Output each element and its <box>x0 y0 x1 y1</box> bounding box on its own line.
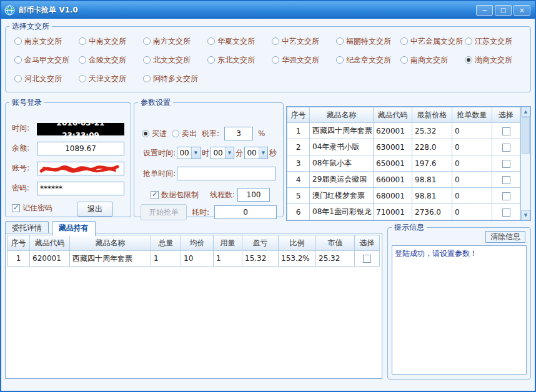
title-bar[interactable]: 邮币卡抢单 V1.0 ─ □ × <box>1 1 535 19</box>
buy-radio[interactable]: 买进 <box>142 124 167 143</box>
clear-info-button[interactable]: 清除信息 <box>485 231 525 243</box>
exchange-option-13[interactable]: 华强文交所 <box>272 51 336 69</box>
exchange-option-12[interactable]: 东北文交所 <box>207 51 272 69</box>
cell: 1 <box>151 251 181 267</box>
cell <box>492 123 520 139</box>
product-row[interactable]: 5澳门红楼梦套票68000198.810 <box>287 188 520 204</box>
exchange-option-label: 纪念章文交所 <box>346 55 391 66</box>
select-checkbox[interactable] <box>502 176 510 184</box>
account-field[interactable] <box>37 162 124 175</box>
tax-rate-field[interactable]: 3 <box>224 127 253 140</box>
col-grab-qty[interactable]: 抢单数量 <box>452 107 492 123</box>
radio-icon <box>142 130 149 137</box>
login-group-title: 账号登录 <box>9 97 44 108</box>
cell: 3 <box>287 155 310 172</box>
radio-icon <box>465 37 472 45</box>
minute-unit: 分 <box>236 148 243 159</box>
exchange-option-1[interactable]: 南京文交所 <box>14 32 79 51</box>
cell: 620001 <box>374 123 412 139</box>
second-select[interactable]: 00 <box>244 147 268 159</box>
exchange-option-15[interactable]: 南商文交所 <box>400 51 465 69</box>
remember-password-checkbox[interactable]: 记住密码 <box>12 203 52 213</box>
exchange-option-17[interactable]: 河北文交所 <box>14 69 79 88</box>
exchange-option-19[interactable]: 阿特多文交所 <box>143 69 207 88</box>
radio-icon <box>400 37 408 45</box>
threads-field[interactable]: 100 <box>237 188 270 202</box>
grab-time-field[interactable] <box>177 167 275 180</box>
minimize-button[interactable]: ─ <box>476 5 493 16</box>
exchange-option-4[interactable]: 华夏文交所 <box>207 32 272 51</box>
col-total[interactable]: 总量 <box>151 235 181 251</box>
exchange-option-2[interactable]: 中南文交所 <box>79 32 143 51</box>
select-checkbox[interactable] <box>502 192 510 200</box>
col-select[interactable]: 选择 <box>355 235 380 251</box>
grab-time-label: 抢单时间: <box>143 169 176 179</box>
product-row[interactable]: 608年1盎司彩银龙7100012736.00 <box>287 204 520 220</box>
packet-limit-checkbox[interactable]: 数据包限制 <box>151 190 199 200</box>
exchange-option-5[interactable]: 中艺文交所 <box>272 32 336 51</box>
select-checkbox[interactable] <box>363 255 371 263</box>
exchange-option-7[interactable]: 中艺金属文交所 <box>400 32 465 51</box>
cell: 620001 <box>30 251 70 267</box>
product-row[interactable]: 204年隶书小版630001228.00 <box>287 139 520 155</box>
cell: 6 <box>287 204 310 220</box>
scroll-up-icon[interactable] <box>521 107 530 117</box>
col-select[interactable]: 选择 <box>492 107 520 123</box>
exchange-option-label: 南京文交所 <box>24 36 62 47</box>
minute-select[interactable]: 00 <box>211 147 234 159</box>
select-checkbox[interactable] <box>502 208 510 217</box>
elapsed-field[interactable]: 0 <box>214 205 277 219</box>
scroll-down-icon[interactable] <box>521 210 530 220</box>
exchange-option-10[interactable]: 金陵文交所 <box>79 51 143 69</box>
col-avg-price[interactable]: 均价 <box>181 235 214 251</box>
elapsed-label: 耗时: <box>192 207 209 218</box>
select-checkbox[interactable] <box>502 160 510 168</box>
cell <box>492 204 520 220</box>
col-used[interactable]: 用量 <box>214 235 242 251</box>
col-name[interactable]: 藏品名称 <box>70 235 151 251</box>
close-button[interactable]: × <box>514 5 530 16</box>
exchange-option-8[interactable]: 江苏文交所 <box>465 32 529 51</box>
product-row[interactable]: 1西藏四十周年套票62000125.320 <box>287 123 520 139</box>
scroll-thumb[interactable] <box>522 117 530 154</box>
radio-icon <box>172 130 179 137</box>
holdings-table-body: 1620001西藏四十周年套票110115.32153.2%25.32 <box>7 251 380 267</box>
exchange-option-18[interactable]: 天津文交所 <box>79 69 143 88</box>
exchange-option-11[interactable]: 北文文交所 <box>143 51 207 69</box>
select-checkbox[interactable] <box>502 144 510 152</box>
col-ratio[interactable]: 比例 <box>279 235 316 251</box>
col-pnl[interactable]: 盈亏 <box>242 235 279 251</box>
products-scrollbar[interactable] <box>520 107 530 220</box>
col-code[interactable]: 藏品代码 <box>30 235 70 251</box>
sell-radio[interactable]: 卖出 <box>172 124 197 143</box>
exchange-option-14[interactable]: 纪念章文交所 <box>336 51 400 69</box>
exchange-option-6[interactable]: 福丽特文交所 <box>336 32 400 51</box>
exchange-option-9[interactable]: 金马甲文交所 <box>14 51 79 69</box>
holding-row[interactable]: 1620001西藏四十周年套票110115.32153.2%25.32 <box>7 251 380 267</box>
cell: 10 <box>181 251 214 267</box>
col-seq[interactable]: 序号 <box>7 235 30 251</box>
col-product-name[interactable]: 藏品名称 <box>310 107 374 123</box>
scroll-track[interactable] <box>521 117 530 210</box>
select-checkbox[interactable] <box>502 127 510 135</box>
holdings-panel: 序号 藏品代码 藏品名称 总量 均价 用量 盈亏 比例 市值 选择 162000… <box>5 233 382 379</box>
tab-holdings[interactable]: 藏品持有 <box>52 221 96 236</box>
radio-icon <box>79 75 86 82</box>
exit-button[interactable]: 退出 <box>77 202 113 217</box>
hour-select[interactable]: 00 <box>177 147 201 159</box>
col-seq[interactable]: 序号 <box>287 107 310 123</box>
product-row[interactable]: 308年鼠小本650001197.60 <box>287 155 520 172</box>
exchange-option-16[interactable]: 渤商文交所 <box>465 51 529 69</box>
exchange-option-3[interactable]: 南方文交所 <box>143 32 207 51</box>
product-row[interactable]: 429届奥运会徽国66000198.810 <box>287 172 520 188</box>
password-field[interactable]: ****** <box>37 182 124 195</box>
col-product-code[interactable]: 藏品代码 <box>374 107 412 123</box>
maximize-button[interactable]: □ <box>495 5 512 16</box>
start-grab-button[interactable]: 开始抢单 <box>141 204 187 220</box>
radio-icon <box>336 37 344 45</box>
exchange-option-label: 渤商文交所 <box>475 55 512 66</box>
time-label: 时间: <box>12 123 29 134</box>
col-market-value[interactable]: 市值 <box>316 235 355 251</box>
col-latest-price[interactable]: 最新价格 <box>412 107 452 123</box>
balance-field[interactable]: 1089.67 <box>37 142 124 155</box>
